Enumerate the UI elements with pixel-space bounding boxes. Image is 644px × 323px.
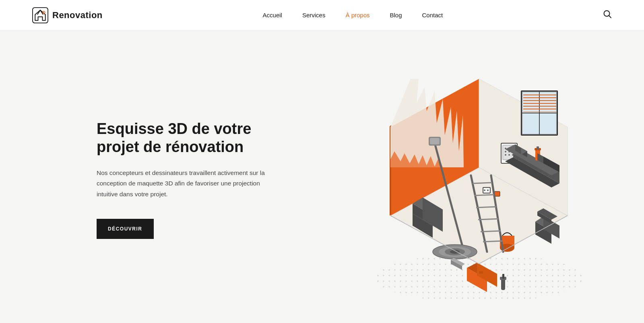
hero-section: Esquisse 3D de votre projet de rénovatio… [0,31,644,323]
svg-line-57 [476,207,496,208]
svg-rect-63 [430,138,440,144]
svg-line-58 [478,219,498,220]
svg-line-55 [473,183,492,183]
svg-point-32 [508,154,510,156]
nav-item-contact[interactable]: Contact [422,12,443,19]
nav-item-blog[interactable]: Blog [390,12,402,19]
svg-line-3 [609,16,611,18]
brand-logo-link[interactable]: Renovation [32,7,103,23]
nav-item-accueil[interactable]: Accueil [263,12,282,19]
svg-line-59 [481,231,501,232]
svg-rect-43 [537,146,539,150]
hero-title: Esquisse 3D de votre projet de rénovatio… [97,120,266,156]
nav-item-apropos[interactable]: À propos [345,12,369,19]
iso-room-illustration [354,55,604,304]
search-icon[interactable] [603,10,612,21]
navbar: Renovation Accueil Services À propos Blo… [0,0,644,31]
hero-illustration [354,55,604,304]
svg-line-56 [474,195,494,195]
brand-name: Renovation [52,10,103,21]
svg-rect-85 [502,274,504,279]
svg-point-36 [487,189,489,191]
svg-line-60 [483,241,502,242]
nav-item-services[interactable]: Services [302,12,326,19]
svg-point-28 [505,151,506,152]
svg-rect-80 [479,271,483,274]
discover-button[interactable]: DÉCOUVRIR [97,219,154,239]
svg-point-31 [505,154,506,156]
brand-icon [32,7,48,23]
hero-description: Nos concepteurs et dessinateurs travaill… [97,168,266,200]
nav-links: Accueil Services À propos Blog Contact [263,12,443,19]
svg-point-35 [484,189,485,191]
hero-content: Esquisse 3D de votre projet de rénovatio… [97,120,266,239]
